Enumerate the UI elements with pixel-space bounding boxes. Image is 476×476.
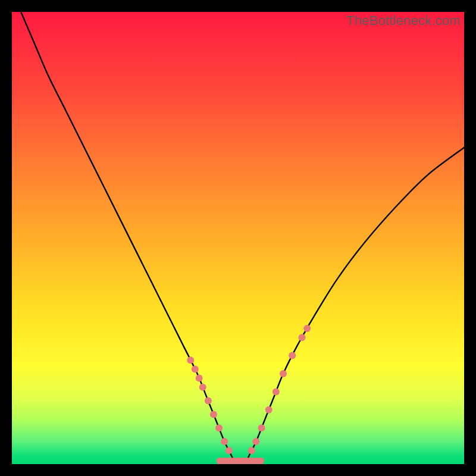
- right-curve: [247, 148, 464, 459]
- data-marker: [265, 406, 273, 414]
- data-marker: [280, 370, 287, 377]
- curve-svg: [12, 12, 464, 464]
- data-marker: [248, 447, 255, 454]
- markers-valley-group: [217, 458, 264, 464]
- data-marker: [215, 424, 223, 431]
- data-marker: [210, 411, 217, 418]
- markers-right-group: [248, 325, 311, 454]
- plot-area: TheBottleneck.com: [12, 12, 464, 464]
- data-marker: [258, 424, 265, 431]
- data-marker: [298, 334, 305, 341]
- data-marker: [187, 356, 194, 364]
- data-marker: [196, 375, 203, 382]
- left-curve: [21, 12, 233, 459]
- data-marker: [252, 438, 259, 445]
- data-marker: [192, 365, 199, 372]
- data-marker: [226, 447, 233, 454]
- data-marker: [273, 388, 280, 395]
- data-marker: [221, 438, 228, 445]
- data-marker: [303, 325, 311, 332]
- chart-frame: TheBottleneck.com: [0, 0, 476, 476]
- data-marker: [199, 384, 206, 391]
- data-marker: [205, 397, 212, 405]
- data-marker: [289, 352, 296, 359]
